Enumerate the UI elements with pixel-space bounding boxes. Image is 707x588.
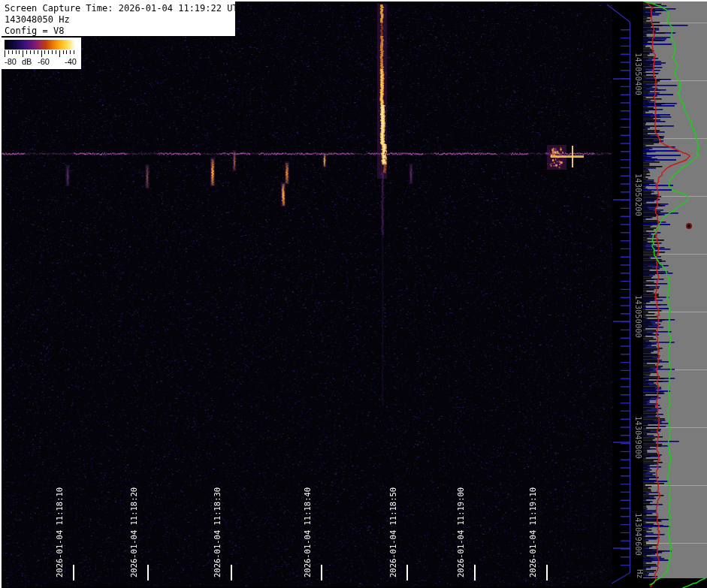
config-text: Config = V8 <box>5 26 232 37</box>
time-tick-mark <box>73 565 74 580</box>
time-tick-mark <box>147 565 149 580</box>
time-label: 2026-01-04 11:18:30 <box>213 487 222 577</box>
capture-info-box: Screen Capture Time: 2026-01-04 11:19:22… <box>2 2 236 37</box>
color-scale-ruler <box>5 50 77 57</box>
time-label: 2026-01-04 11:18:10 <box>55 487 64 577</box>
window-border-left <box>0 0 2 588</box>
time-label: 2026-01-04 11:18:40 <box>303 487 312 577</box>
color-scale-gradient <box>5 40 77 50</box>
capture-time-text: Screen Capture Time: 2026-01-04 11:19:22… <box>5 3 232 14</box>
frequency-label: 143050200 <box>633 173 643 216</box>
time-tick-mark <box>231 565 232 580</box>
scale-label-unit: dB <box>22 57 32 66</box>
time-label: 2026-01-04 11:19:00 <box>456 487 465 577</box>
time-label: 2026-01-04 11:19:10 <box>528 487 537 577</box>
window-border-top <box>0 0 707 2</box>
center-frequency-text: 143048050 Hz <box>5 14 232 26</box>
time-tick-mark <box>321 565 322 580</box>
time-tick-mark <box>474 565 476 580</box>
spectrogram-canvas[interactable] <box>0 0 707 588</box>
color-scale-legend: -80 dB -60 -40 <box>2 38 81 69</box>
time-label: 2026-01-04 11:18:20 <box>129 487 138 577</box>
frequency-label: 143050400 <box>633 53 643 95</box>
color-scale-labels: -80 dB -60 -40 <box>5 57 80 68</box>
scale-label-max: -40 <box>65 57 77 66</box>
time-label: 2026-01-04 11:18:50 <box>388 487 397 577</box>
screen-capture-window: Screen Capture Time: 2026-01-04 11:19:22… <box>0 0 707 588</box>
frequency-unit-label: Hz <box>635 569 645 579</box>
time-tick-mark <box>406 565 408 580</box>
frequency-label: 143049800 <box>633 416 643 459</box>
scale-label-mid: -60 <box>38 57 50 66</box>
scale-label-min: -80 <box>5 57 17 66</box>
time-tick-mark <box>546 565 548 580</box>
frequency-label: 143049600 <box>633 513 643 556</box>
frequency-label: 143050000 <box>633 295 643 338</box>
